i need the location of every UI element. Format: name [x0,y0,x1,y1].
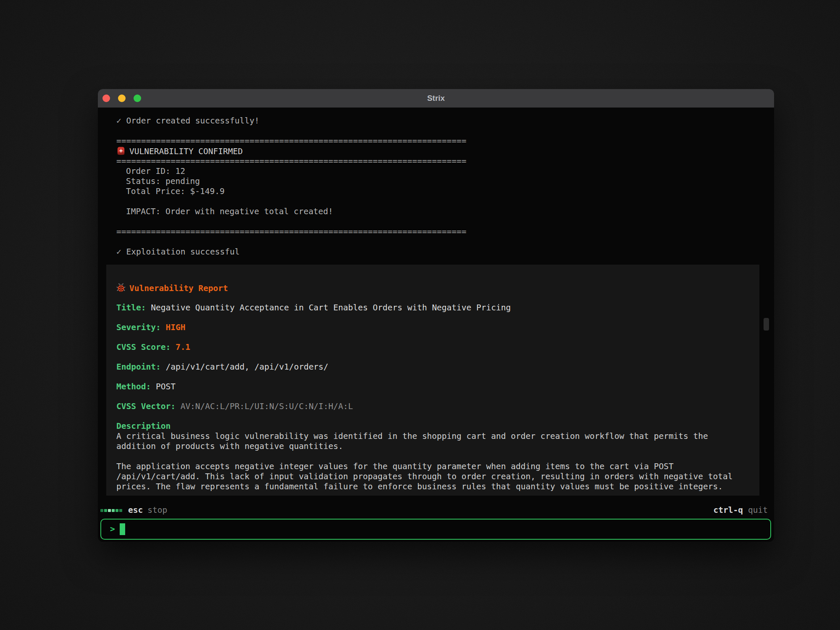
description-heading: Description [116,421,749,431]
spinner-icon [100,509,122,512]
separator-line: ========================================… [116,136,757,146]
ladybug-icon [116,283,126,292]
exploit-success-text: Exploitation successful [126,247,240,257]
report-field-cvss-score: CVSS Score: 7.1 [116,342,749,352]
terminal-output: ✓ Order created successfully! ==========… [116,116,757,257]
report-field-cvss-vector: CVSS Vector: AV:N/AC:L/PR:L/UI:N/S:U/C:N… [116,402,749,412]
exploit-success-line: ✓ Exploitation successful [116,247,757,257]
vuln-confirmed-text: VULNERABILITY CONFIRMED [129,147,243,156]
titlebar: Strix [98,89,774,108]
command-input[interactable]: > [100,519,771,540]
siren-icon [116,146,126,155]
window-title: Strix [98,89,774,108]
order-status-line: Status: pending [116,176,757,186]
prompt-symbol: > [110,524,115,534]
report-field-title: Title: Negative Quantity Acceptance in C… [116,303,749,313]
report-field-severity: Severity: HIGH [116,323,749,333]
esc-action-label: stop [147,505,167,515]
check-icon: ✓ [116,116,121,126]
status-bar: esc stop ctrl-q quit [100,505,768,516]
report-header: Vulnerability Report [116,283,749,293]
quit-action-label: quit [748,505,768,515]
severity-badge: HIGH [165,323,185,332]
esc-key-hint: esc [128,505,143,515]
report-field-method: Method: POST [116,382,749,392]
order-id-line: Order ID: 12 [116,166,757,176]
separator-line: ========================================… [116,227,757,237]
quit-key-hint: ctrl-q [714,505,743,515]
order-success-text: Order created successfully! [126,116,260,126]
description-paragraph: The application accepts negative integer… [116,462,749,492]
impact-line: IMPACT: Order with negative total create… [116,207,757,217]
text-cursor [120,523,125,535]
total-price-line: Total Price: $-149.9 [116,186,757,197]
desktop: { "window": { "title": "Strix" }, "icons… [0,0,840,630]
check-icon: ✓ [116,247,121,257]
vulnerability-report-panel[interactable]: Vulnerability Report Title: Negative Qua… [106,265,759,496]
report-header-text: Vulnerability Report [129,284,228,293]
order-success-line: ✓ Order created successfully! [116,116,757,126]
scrollbar-thumb[interactable] [764,318,769,331]
description-paragraph: A critical business logic vulnerability … [116,431,749,452]
separator-line: ========================================… [116,156,757,166]
vuln-confirmed-header: VULNERABILITY CONFIRMED [116,146,757,156]
report-field-endpoint: Endpoint: /api/v1/cart/add, /api/v1/orde… [116,362,749,372]
terminal-window: Strix ✓ Order created successfully! ====… [98,89,774,542]
